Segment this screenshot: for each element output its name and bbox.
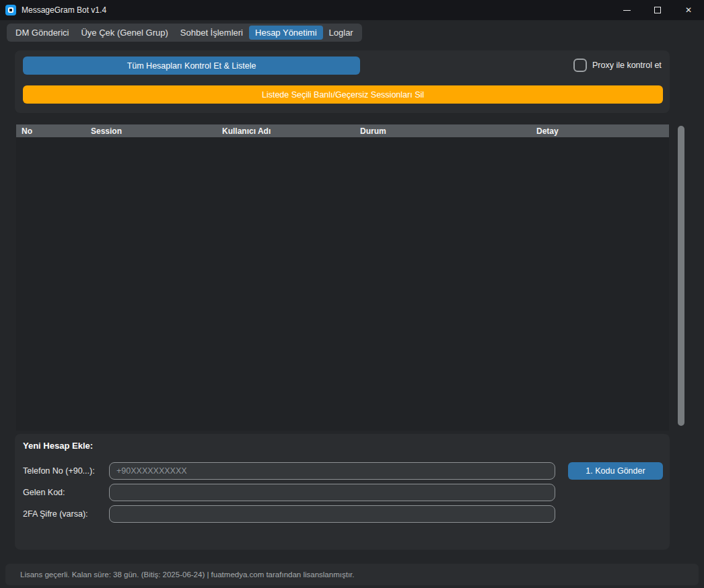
window-controls: ✕	[611, 0, 704, 20]
app-icon	[5, 5, 16, 15]
app-window: MessageGram Bot v1.4 ✕ DM Gönderici Üye …	[0, 0, 704, 588]
proxy-checkbox[interactable]	[573, 59, 587, 72]
minimize-icon	[623, 10, 631, 11]
column-header-kullanici-adi[interactable]: Kullanıcı Adı	[217, 126, 355, 136]
maximize-button[interactable]	[642, 0, 673, 20]
phone-label: Telefon No (+90...):	[23, 462, 95, 480]
new-account-panel: Yeni Hesap Ekle: Telefon No (+90...): 1.…	[15, 434, 670, 550]
maximize-icon	[654, 7, 661, 13]
account-actions-panel: Tüm Hesapları Kontrol Et & Listele Proxy…	[15, 50, 670, 113]
delete-selected-sessions-button[interactable]: Listede Seçili Banlı/Geçersiz Sessionlar…	[23, 85, 663, 104]
title-bar: MessageGram Bot v1.4 ✕	[0, 0, 704, 20]
tab-bar: DM Gönderici Üye Çek (Genel Grup) Sohbet…	[7, 24, 362, 42]
tab-sohbet-islemleri[interactable]: Sohbet İşlemleri	[174, 26, 249, 40]
tab-hesap-yonetimi[interactable]: Hesap Yönetimi	[249, 26, 323, 40]
minimize-button[interactable]	[611, 0, 642, 20]
send-code-button[interactable]: 1. Kodu Gönder	[568, 462, 663, 480]
column-header-durum[interactable]: Durum	[355, 126, 531, 136]
code-label: Gelen Kod:	[23, 484, 65, 501]
phone-input[interactable]	[109, 462, 555, 480]
twofa-label: 2FA Şifre (varsa):	[23, 505, 88, 523]
column-header-detay[interactable]: Detay	[531, 126, 669, 136]
check-all-accounts-button[interactable]: Tüm Hesapları Kontrol Et & Listele	[23, 57, 360, 75]
accounts-table-header: No Session Kullanıcı Adı Durum Detay	[16, 124, 669, 137]
proxy-checkbox-label: Proxy ile kontrol et	[592, 61, 662, 70]
license-status-text: Lisans geçerli. Kalan süre: 38 gün. (Bit…	[5, 571, 354, 579]
app-icon-lens	[8, 7, 13, 13]
tab-dm-gonderici[interactable]: DM Gönderici	[9, 26, 75, 40]
vertical-scrollbar[interactable]	[678, 126, 684, 426]
new-account-heading: Yeni Hesap Ekle:	[23, 441, 93, 451]
status-bar: Lisans geçerli. Kalan süre: 38 gün. (Bit…	[5, 564, 699, 585]
twofa-input[interactable]	[109, 505, 555, 523]
close-icon: ✕	[685, 5, 692, 15]
column-header-no[interactable]: No	[16, 126, 85, 136]
code-input[interactable]	[109, 484, 555, 501]
column-header-session[interactable]: Session	[85, 126, 217, 136]
proxy-checkbox-row: Proxy ile kontrol et	[573, 58, 662, 72]
accounts-table-body[interactable]	[16, 137, 669, 431]
tab-uye-cek[interactable]: Üye Çek (Genel Grup)	[75, 26, 174, 40]
tab-loglar[interactable]: Loglar	[323, 26, 359, 40]
window-title: MessageGram Bot v1.4	[22, 0, 106, 20]
close-button[interactable]: ✕	[673, 0, 704, 20]
